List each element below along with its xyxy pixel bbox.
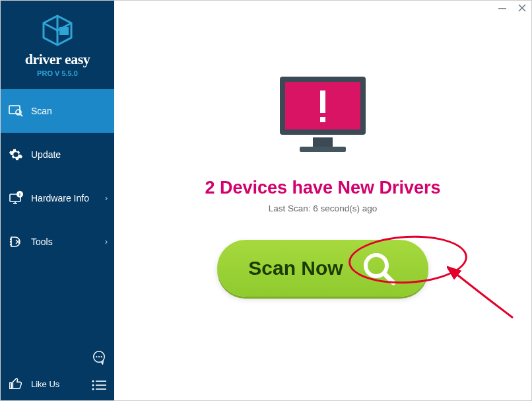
brand-block: driver easy PRO V 5.5.0 [1,1,114,84]
svg-point-19 [98,356,100,357]
svg-point-18 [96,356,97,357]
logo-icon [41,14,74,47]
window-controls [497,3,527,15]
last-scan-text: Last Scan: 6 second(s) ago [269,203,377,213]
menu-button[interactable] [92,379,106,394]
svg-rect-2 [59,27,69,35]
nav: Scan Update [1,89,114,264]
minimize-icon [498,3,507,13]
svg-point-20 [101,356,102,357]
sidebar-item-label: Update [31,149,61,160]
sidebar-item-update[interactable]: Update [1,133,114,176]
hardware-info-icon: i [7,191,24,205]
svg-point-21 [92,381,94,383]
sidebar-item-label: Tools [31,237,53,247]
magnifier-icon [360,250,397,287]
minimize-button[interactable] [497,3,508,15]
svg-point-14 [10,244,11,245]
sidebar-item-label: Scan [31,106,52,116]
svg-rect-33 [300,147,346,152]
sidebar-item-tools[interactable]: Tools › [1,220,114,264]
feedback-button[interactable] [92,350,106,367]
svg-point-13 [10,241,11,242]
close-icon [517,3,527,13]
svg-point-25 [92,388,94,390]
main-panel: 2 Devices have New Drivers Last Scan: 6 … [114,1,531,400]
brand-version: PRO V 5.5.0 [1,69,114,77]
annotation-arrow [447,265,519,324]
sidebar-item-scan[interactable]: Scan [1,89,114,133]
svg-rect-35 [320,117,325,122]
sidebar-item-hardware[interactable]: i Hardware Info › [1,176,114,220]
chevron-right-icon: › [105,237,108,246]
scan-result-headline: 2 Devices have New Drivers [205,178,440,198]
svg-point-23 [92,384,94,386]
svg-rect-32 [313,137,333,147]
scan-now-label: Scan Now [248,257,343,279]
svg-point-6 [14,153,18,157]
menu-lines-icon [92,379,106,391]
like-us-link[interactable]: Like Us [31,379,59,389]
thumbs-up-icon [7,377,24,391]
svg-text:i: i [19,192,20,197]
svg-rect-34 [320,91,325,113]
svg-point-12 [10,238,11,240]
svg-line-5 [20,114,22,116]
sidebar: driver easy PRO V 5.5.0 Scan [1,1,114,400]
gear-icon [7,147,24,162]
scan-icon [7,104,24,118]
sidebar-item-label: Hardware Info [31,193,89,203]
scan-now-button[interactable]: Scan Now [217,240,428,297]
chevron-right-icon: › [105,194,108,203]
app-window: driver easy PRO V 5.5.0 Scan [1,1,531,400]
svg-line-37 [384,273,393,283]
speech-bubble-icon [92,350,106,365]
close-button[interactable] [517,3,527,15]
brand-name: driver easy [1,51,114,68]
sidebar-bottom: Like Us [1,367,114,400]
tools-icon [7,235,24,249]
monitor-alert-illustration [273,73,372,162]
